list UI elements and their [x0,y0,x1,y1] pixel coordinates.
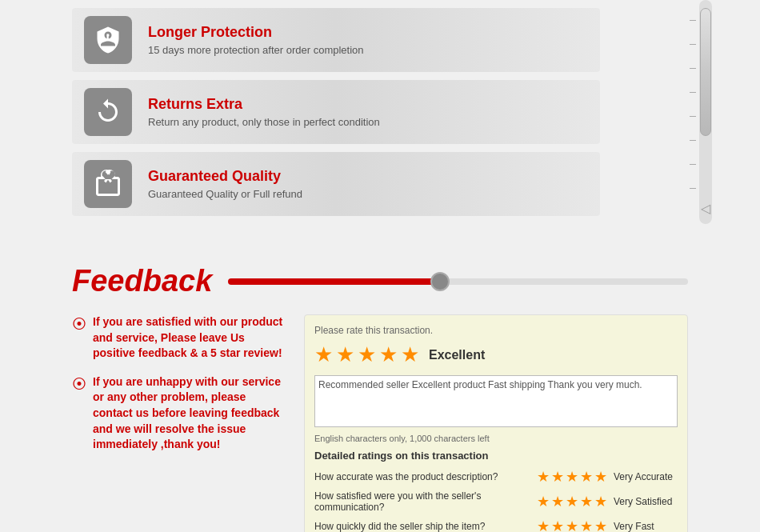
star-1[interactable]: ★ [314,342,333,367]
scrollbar-tick-5 [690,116,696,117]
returns-extra-title: Returns Extra [148,96,380,113]
volume-icon: ◁ [701,201,710,216]
scrollbar[interactable] [699,0,712,224]
comm-star-2[interactable]: ★ [551,493,564,510]
star-4[interactable]: ★ [379,342,398,367]
star-5[interactable]: ★ [401,342,419,367]
longer-protection-desc: 15 days more protection after order comp… [148,44,364,56]
scrollbar-thumb[interactable] [700,8,711,136]
returns-extra-text: Returns Extra Return any product, only t… [148,96,380,128]
ship-star-3[interactable]: ★ [566,518,578,532]
accuracy-star-1[interactable]: ★ [537,468,550,486]
longer-protection-icon [84,16,132,64]
guaranteed-quality-desc: Guaranteed Quality or Full refund [148,188,302,200]
rating-row-shipping: How quickly did the seller ship the item… [314,518,678,532]
accuracy-star-2[interactable]: ★ [551,468,564,486]
rating-row-communication: How satisfied were you with the seller's… [314,490,678,513]
feedback-content: ⦿ If you are satisfied with our product … [72,314,688,532]
scrollbar-tick-2 [690,44,696,45]
features-section: Longer Protection 15 days more protectio… [0,0,760,240]
scrollbar-tick-6 [690,140,696,141]
guaranteed-quality-text: Guaranteed Quality Guaranteed Quality or… [148,168,302,200]
feedback-left-panel: ⦿ If you are satisfied with our product … [72,314,288,466]
stars-rating-row: ★ ★ ★ ★ ★ Excellent [314,342,678,367]
feedback-section: Feedback ⦿ If you are satisfied with our… [0,256,760,532]
scrollbar-tick-4 [690,92,696,93]
rating-shipping-value: Very Fast [614,521,678,532]
star-2[interactable]: ★ [336,342,354,367]
rating-shipping-stars[interactable]: ★ ★ ★ ★ ★ [537,518,607,532]
star-3[interactable]: ★ [358,342,376,367]
ship-star-1[interactable]: ★ [537,518,550,532]
accuracy-star-4[interactable]: ★ [580,468,593,486]
rating-communication-label: How satisfied were you with the seller's… [314,490,530,513]
feedback-header: Feedback [72,264,688,298]
longer-protection-text: Longer Protection 15 days more protectio… [148,24,364,56]
rating-shipping-label: How quickly did the seller ship the item… [314,521,530,532]
ship-star-5[interactable]: ★ [594,518,607,532]
scrollbar-tick-1 [690,20,696,21]
detailed-ratings-title: Detailed ratings on this transaction [314,450,678,462]
scrollbar-tick-3 [690,68,696,69]
feature-item-returns-extra: Returns Extra Return any product, only t… [72,80,600,144]
accuracy-star-5[interactable]: ★ [594,468,607,486]
longer-protection-title: Longer Protection [148,24,364,41]
feature-item-longer-protection: Longer Protection 15 days more protectio… [72,8,600,72]
feedback-textarea[interactable] [314,375,678,427]
feedback-title: Feedback [72,264,212,298]
rating-accuracy-label: How accurate was the product description… [314,471,530,482]
comm-star-1[interactable]: ★ [537,493,550,510]
feedback-slider[interactable] [228,278,688,285]
feedback-callout-positive: ⦿ If you are satisfied with our product … [72,314,288,362]
ship-star-2[interactable]: ★ [551,518,564,532]
feedback-callout-negative: ⦿ If you are unhappy with our service or… [72,374,288,453]
rating-communication-value: Very Satisfied [614,496,678,507]
callout-positive-icon: ⦿ [72,316,86,333]
feedback-slider-thumb[interactable] [430,272,450,291]
feedback-form-container: Please rate this transaction. ★ ★ ★ ★ ★ … [304,314,688,532]
ship-star-4[interactable]: ★ [580,518,593,532]
scrollbar-tick-7 [690,164,696,165]
guaranteed-quality-icon [84,160,132,208]
feature-item-guaranteed-quality: Guaranteed Quality Guaranteed Quality or… [72,152,600,216]
comm-star-3[interactable]: ★ [566,493,578,510]
spacer [0,240,760,256]
main-container: Longer Protection 15 days more protectio… [0,0,760,532]
rate-label: Please rate this transaction. [314,325,678,336]
rating-accuracy-stars[interactable]: ★ ★ ★ ★ ★ [537,468,607,486]
char-count: English characters only, 1,000 character… [314,434,678,443]
svg-rect-1 [107,39,112,41]
returns-extra-icon [84,88,132,136]
callout-positive-text: If you are satisfied with our product an… [93,314,288,362]
rating-communication-stars[interactable]: ★ ★ ★ ★ ★ [537,493,607,510]
callout-negative-icon: ⦿ [72,376,86,393]
returns-extra-desc: Return any product, only those in perfec… [148,116,380,128]
rating-accuracy-value: Very Accurate [614,471,678,482]
guaranteed-quality-title: Guaranteed Quality [148,168,302,185]
accuracy-star-3[interactable]: ★ [566,468,578,486]
rating-row-accuracy: How accurate was the product description… [314,468,678,486]
scrollbar-tick-8 [690,188,696,189]
comm-star-4[interactable]: ★ [580,493,593,510]
comm-star-5[interactable]: ★ [594,493,607,510]
callout-negative-text: If you are unhappy with our service or a… [93,374,288,453]
rating-label: Excellent [429,348,485,362]
